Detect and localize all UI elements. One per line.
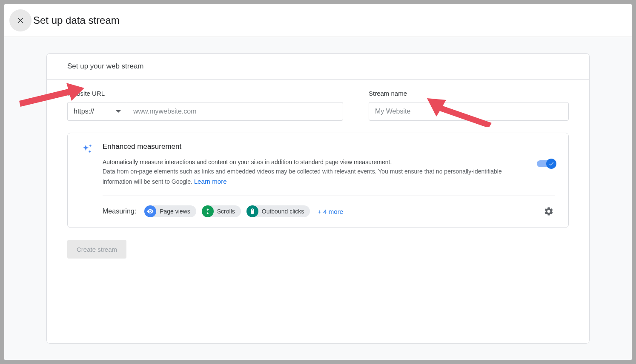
close-button[interactable] [9,9,32,31]
measuring-label: Measuring: [103,208,136,215]
card-header: Set up your web stream [47,54,589,80]
mouse-icon [246,205,258,217]
stream-name-label: Stream name [369,90,569,97]
protocol-dropdown[interactable]: https:// [67,102,127,121]
measurement-settings-button[interactable] [543,205,555,217]
enhanced-measurement-box: Enhanced measurement Automatically measu… [67,133,569,228]
chip-label: Scrolls [217,208,235,215]
toggle-knob [546,159,556,169]
divider [103,196,555,196]
web-stream-card: Set up your web stream Website URL https… [46,53,590,344]
sparkle-icon [81,142,93,217]
enhanced-subtitle: Automatically measure interactions and c… [103,159,527,165]
card-body: Website URL https:// Stream name [47,80,589,271]
stream-name-input[interactable] [369,102,569,121]
website-url-group: Website URL https:// [67,90,343,121]
chip-label: Page views [160,208,190,215]
eye-icon [144,205,156,217]
modal-header: Set up data stream [4,4,632,37]
more-measurements-link[interactable]: + 4 more [318,208,343,215]
enhanced-text: Automatically measure interactions and c… [103,159,527,186]
modal-body: Set up your web stream Website URL https… [4,37,632,360]
chip-page-views: Page views [145,205,196,217]
setup-data-stream-modal: Set up data stream Set up your web strea… [4,4,632,360]
learn-more-link[interactable]: Learn more [194,178,227,185]
gear-icon [544,206,554,216]
enhanced-description-row: Automatically measure interactions and c… [103,159,555,186]
fields-row: Website URL https:// Stream name [67,90,569,121]
modal-title: Set up data stream [33,14,120,26]
enhanced-toggle[interactable] [537,160,555,167]
enhanced-title: Enhanced measurement [103,142,555,151]
chip-label: Outbound clicks [262,208,304,215]
close-icon [16,16,25,25]
enhanced-content: Enhanced measurement Automatically measu… [103,142,555,217]
website-url-label: Website URL [67,90,343,97]
url-input-combo: https:// [67,102,343,121]
measuring-row: Measuring: Page views [103,205,555,217]
website-url-input[interactable] [127,102,343,121]
create-stream-button[interactable]: Create stream [67,240,126,259]
scroll-icon [202,205,214,217]
stream-name-group: Stream name [369,90,569,121]
chip-scrolls: Scrolls [202,205,241,217]
chip-outbound-clicks: Outbound clicks [247,205,310,217]
enhanced-description: Data from on-page elements such as links… [103,167,527,186]
chevron-down-icon [116,109,121,114]
check-icon [548,161,554,167]
protocol-value: https:// [74,108,94,115]
